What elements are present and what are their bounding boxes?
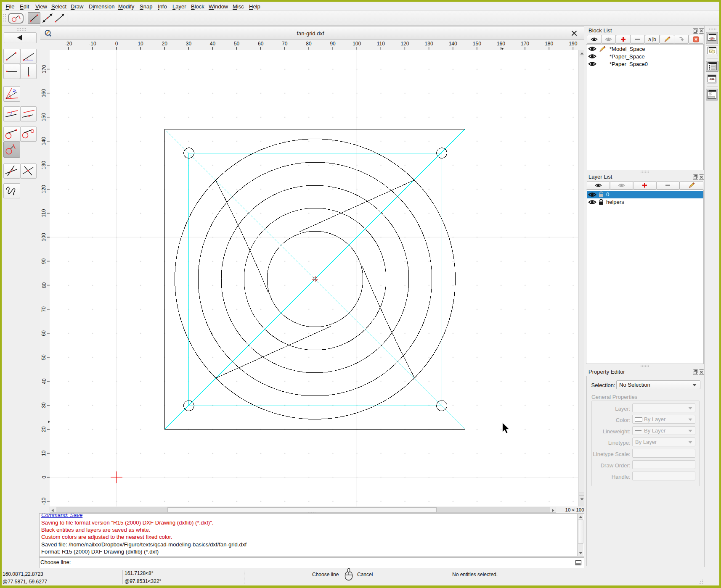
svg-text:50: 50 [41,354,47,360]
svg-text:20: 20 [41,426,47,432]
svg-text:100: 100 [353,41,361,47]
svg-text:160: 160 [41,89,47,97]
svg-text:110: 110 [377,41,385,47]
svg-text:60: 60 [258,41,264,47]
svg-text:10: 10 [41,450,47,456]
svg-text:10: 10 [138,41,143,47]
svg-text:30: 30 [41,402,47,408]
svg-text:150: 150 [473,41,481,47]
svg-text:120: 120 [41,185,47,193]
svg-text:180: 180 [545,41,553,47]
svg-text:120: 120 [400,41,409,47]
svg-text:50: 50 [234,41,240,47]
svg-text:130: 130 [425,41,433,47]
svg-text:30: 30 [186,41,192,47]
svg-text:160: 160 [497,41,505,47]
svg-text:-10: -10 [41,497,47,505]
svg-text:140: 140 [41,137,47,145]
svg-text:-10: -10 [89,41,96,47]
svg-text:170: 170 [521,41,529,47]
svg-text:150: 150 [41,113,47,121]
svg-text:100: 100 [41,232,47,241]
svg-text:110: 110 [41,209,47,217]
svg-text:40: 40 [210,41,216,47]
svg-text:0: 0 [41,475,47,478]
svg-text:190: 190 [569,41,577,47]
svg-text:170: 170 [41,65,47,73]
svg-text:80: 80 [306,41,312,47]
svg-text:80: 80 [41,282,47,288]
svg-text:0: 0 [115,41,118,47]
svg-text:20: 20 [162,41,168,47]
svg-text:140: 140 [449,41,457,47]
svg-text:70: 70 [282,41,288,47]
svg-text:130: 130 [41,161,47,169]
svg-text:90: 90 [41,258,47,264]
svg-text:40: 40 [41,378,47,384]
svg-text:-20: -20 [65,41,72,47]
svg-text:70: 70 [41,306,47,312]
svg-text:60: 60 [41,330,47,336]
svg-text:b: b [653,37,656,42]
svg-text:90: 90 [330,41,336,47]
svg-text:a: a [648,37,651,42]
